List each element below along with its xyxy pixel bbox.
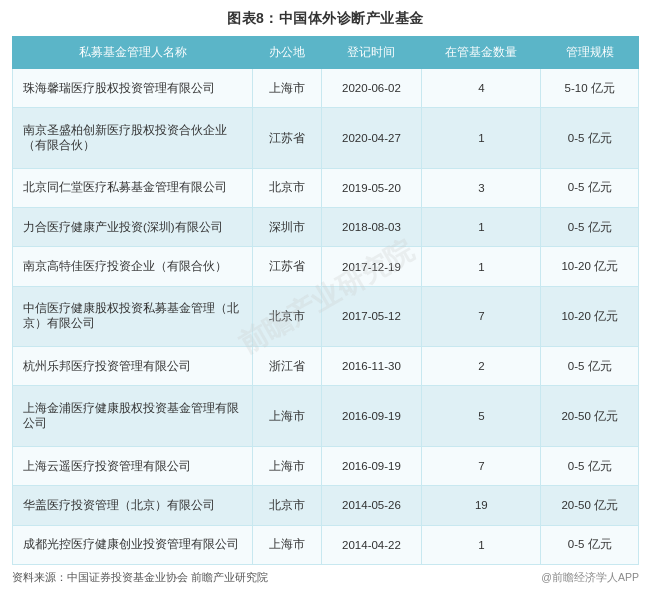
footer: 资料来源：中国证券投资基金业协会 前瞻产业研究院 @前瞻经济学人APP: [12, 571, 639, 585]
table-cell: 1: [422, 525, 541, 564]
table-cell: 南京高特佳医疗投资企业（有限合伙）: [13, 247, 253, 286]
table-cell: 浙江省: [253, 347, 322, 386]
table-row: 北京同仁堂医疗私募基金管理有限公司北京市2019-05-2030-5 亿元: [13, 168, 639, 207]
table-cell: 上海云遥医疗投资管理有限公司: [13, 446, 253, 485]
table-cell: 2018-08-03: [321, 208, 422, 247]
footer-brand: @前瞻经济学人APP: [541, 571, 639, 585]
table-row: 中信医疗健康股权投资私募基金管理（北京）有限公司北京市2017-05-12710…: [13, 286, 639, 346]
table-cell: 10-20 亿元: [541, 247, 639, 286]
table-cell: 江苏省: [253, 108, 322, 168]
page-wrapper: 图表8：中国体外诊断产业基金 前瞻产业研究院 私募基金管理人名称 办公地 登记时…: [0, 0, 651, 593]
table-cell: 杭州乐邦医疗投资管理有限公司: [13, 347, 253, 386]
table-cell: 北京市: [253, 168, 322, 207]
col-header-office: 办公地: [253, 37, 322, 69]
data-table: 私募基金管理人名称 办公地 登记时间 在管基金数量 管理规模 珠海馨瑞医疗股权投…: [12, 36, 639, 565]
page-title: 图表8：中国体外诊断产业基金: [12, 10, 639, 28]
table-cell: 7: [422, 286, 541, 346]
table-cell: 2019-05-20: [321, 168, 422, 207]
table-cell: 北京市: [253, 486, 322, 525]
table-cell: 2016-11-30: [321, 347, 422, 386]
table-row: 上海金浦医疗健康股权投资基金管理有限公司上海市2016-09-19520-50 …: [13, 386, 639, 446]
table-cell: 0-5 亿元: [541, 208, 639, 247]
table-cell: 0-5 亿元: [541, 525, 639, 564]
table-cell: 1: [422, 247, 541, 286]
table-cell: 10-20 亿元: [541, 286, 639, 346]
table-cell: 2016-09-19: [321, 446, 422, 485]
table-row: 南京圣盛柏创新医疗股权投资合伙企业（有限合伙）江苏省2020-04-2710-5…: [13, 108, 639, 168]
table-cell: 成都光控医疗健康创业投资管理有限公司: [13, 525, 253, 564]
table-cell: 北京同仁堂医疗私募基金管理有限公司: [13, 168, 253, 207]
table-cell: 中信医疗健康股权投资私募基金管理（北京）有限公司: [13, 286, 253, 346]
footer-source: 资料来源：中国证券投资基金业协会 前瞻产业研究院: [12, 571, 268, 585]
table-cell: 上海市: [253, 386, 322, 446]
table-cell: 1: [422, 108, 541, 168]
table-row: 南京高特佳医疗投资企业（有限合伙）江苏省2017-12-19110-20 亿元: [13, 247, 639, 286]
table-cell: 20-50 亿元: [541, 486, 639, 525]
table-cell: 北京市: [253, 286, 322, 346]
table-cell: 2: [422, 347, 541, 386]
table-cell: 上海市: [253, 69, 322, 108]
table-row: 杭州乐邦医疗投资管理有限公司浙江省2016-11-3020-5 亿元: [13, 347, 639, 386]
table-cell: 华盖医疗投资管理（北京）有限公司: [13, 486, 253, 525]
col-header-date: 登记时间: [321, 37, 422, 69]
col-header-name: 私募基金管理人名称: [13, 37, 253, 69]
table-header-row: 私募基金管理人名称 办公地 登记时间 在管基金数量 管理规模: [13, 37, 639, 69]
table-cell: 珠海馨瑞医疗股权投资管理有限公司: [13, 69, 253, 108]
table-cell: 19: [422, 486, 541, 525]
table-cell: 2020-04-27: [321, 108, 422, 168]
table-cell: 0-5 亿元: [541, 168, 639, 207]
table-row: 华盖医疗投资管理（北京）有限公司北京市2014-05-261920-50 亿元: [13, 486, 639, 525]
table-cell: 0-5 亿元: [541, 108, 639, 168]
table-cell: 深圳市: [253, 208, 322, 247]
table-cell: 上海市: [253, 525, 322, 564]
table-cell: 2020-06-02: [321, 69, 422, 108]
table-cell: 4: [422, 69, 541, 108]
table-cell: 7: [422, 446, 541, 485]
table-cell: 2017-05-12: [321, 286, 422, 346]
table-cell: 20-50 亿元: [541, 386, 639, 446]
table-cell: 0-5 亿元: [541, 347, 639, 386]
col-header-count: 在管基金数量: [422, 37, 541, 69]
table-cell: 2016-09-19: [321, 386, 422, 446]
table-cell: 0-5 亿元: [541, 446, 639, 485]
table-cell: 2017-12-19: [321, 247, 422, 286]
table-cell: 上海金浦医疗健康股权投资基金管理有限公司: [13, 386, 253, 446]
table-row: 力合医疗健康产业投资(深圳)有限公司深圳市2018-08-0310-5 亿元: [13, 208, 639, 247]
table-row: 成都光控医疗健康创业投资管理有限公司上海市2014-04-2210-5 亿元: [13, 525, 639, 564]
table-cell: 2014-05-26: [321, 486, 422, 525]
table-cell: 力合医疗健康产业投资(深圳)有限公司: [13, 208, 253, 247]
table-cell: 5-10 亿元: [541, 69, 639, 108]
table-cell: 江苏省: [253, 247, 322, 286]
table-cell: 5: [422, 386, 541, 446]
table-cell: 上海市: [253, 446, 322, 485]
table-cell: 南京圣盛柏创新医疗股权投资合伙企业（有限合伙）: [13, 108, 253, 168]
table-row: 上海云遥医疗投资管理有限公司上海市2016-09-1970-5 亿元: [13, 446, 639, 485]
col-header-scale: 管理规模: [541, 37, 639, 69]
table-cell: 3: [422, 168, 541, 207]
table-cell: 1: [422, 208, 541, 247]
table-cell: 2014-04-22: [321, 525, 422, 564]
table-row: 珠海馨瑞医疗股权投资管理有限公司上海市2020-06-0245-10 亿元: [13, 69, 639, 108]
